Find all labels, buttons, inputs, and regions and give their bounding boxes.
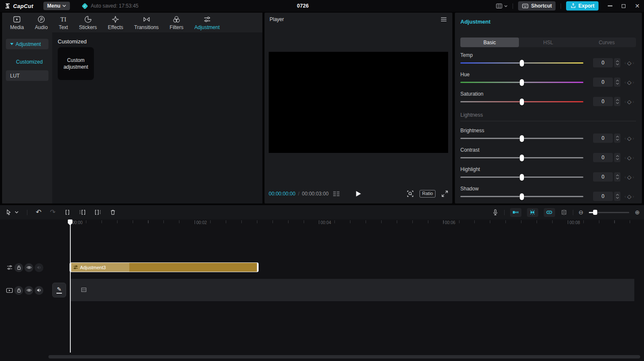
playhead-line[interactable]: [70, 219, 71, 353]
saturation-value-input[interactable]: 0: [593, 97, 613, 106]
slider-thumb[interactable]: [520, 79, 524, 86]
slider-thumb[interactable]: [520, 174, 524, 181]
maximize-button[interactable]: [622, 4, 625, 8]
tab-stickers[interactable]: Stickers: [73, 15, 102, 30]
autosave-check-icon: ✓: [82, 3, 88, 9]
highlight-slider[interactable]: [460, 176, 583, 178]
brightness-stepper[interactable]: [614, 134, 620, 143]
window-controls: ✕: [608, 3, 640, 9]
brightness-keyframe-button[interactable]: ‹◇›: [622, 134, 637, 143]
highlight-keyframe-button[interactable]: ‹◇›: [622, 172, 637, 182]
link-toggle-button[interactable]: [544, 208, 555, 217]
record-voiceover-button[interactable]: [492, 209, 499, 216]
duration: 00:00:03:00: [302, 191, 329, 197]
sidebar-item-lut[interactable]: LUT: [6, 70, 48, 81]
tab-text[interactable]: TI Text: [53, 15, 73, 30]
highlight-value-input[interactable]: 0: [593, 172, 613, 182]
temp-stepper[interactable]: [614, 58, 620, 67]
slider-thumb[interactable]: [520, 193, 524, 200]
saturation-slider[interactable]: [460, 101, 583, 102]
player-menu-icon[interactable]: [441, 17, 446, 21]
sidebar-item-customized[interactable]: Customized: [6, 56, 48, 67]
brightness-value-input[interactable]: 0: [593, 134, 613, 143]
slider-thumb[interactable]: [520, 135, 524, 142]
horizontal-scrollbar[interactable]: [48, 355, 640, 358]
slider-thumb[interactable]: [520, 155, 524, 161]
shadow-stepper[interactable]: [614, 192, 620, 201]
audio-icon: [37, 15, 45, 24]
tab-transitions[interactable]: Transitions: [129, 15, 164, 30]
tab-filters[interactable]: Filters: [164, 15, 189, 30]
saturation-stepper[interactable]: [614, 97, 620, 106]
redo-button[interactable]: ↷: [50, 209, 55, 216]
shadow-value-input[interactable]: 0: [593, 192, 613, 201]
hue-slider[interactable]: [460, 82, 583, 83]
custom-adjustment-card[interactable]: Custom adjustment: [58, 47, 94, 80]
zoom-out-button[interactable]: ⊖: [579, 209, 584, 215]
fullscreen-icon[interactable]: [441, 190, 448, 197]
export-button[interactable]: Export: [566, 1, 599, 11]
lock-track-button[interactable]: [14, 286, 23, 295]
sidebar-item-adjustment[interactable]: Adjustment: [6, 39, 48, 49]
focus-zoom-icon[interactable]: [407, 190, 414, 197]
hue-value-input[interactable]: 0: [593, 78, 613, 87]
mute-track-button[interactable]: [35, 286, 43, 295]
contrast-stepper[interactable]: [614, 153, 620, 162]
menu-button[interactable]: Menu: [43, 2, 70, 10]
adjustment-track-icon: [6, 264, 13, 271]
slider-thumb[interactable]: [520, 60, 524, 67]
video-preview[interactable]: [269, 52, 448, 153]
main-video-track[interactable]: [71, 279, 634, 301]
keyframe-diamond-icon: ◇: [627, 194, 631, 199]
play-button[interactable]: [355, 190, 362, 197]
contrast-value-input[interactable]: 0: [593, 153, 613, 162]
hue-keyframe-button[interactable]: ‹◇›: [622, 78, 637, 87]
shadow-keyframe-button[interactable]: ‹◇›: [622, 192, 637, 201]
hide-track-button[interactable]: [24, 263, 33, 272]
split-delete-right-button[interactable]: [94, 209, 101, 216]
hue-stepper[interactable]: [614, 78, 620, 87]
tab-hsl[interactable]: HSL: [519, 37, 577, 47]
mute-track-button[interactable]: [35, 263, 43, 272]
tab-audio[interactable]: Audio: [29, 15, 53, 30]
zoom-slider-thumb[interactable]: [593, 210, 597, 215]
project-title: 0726: [297, 3, 309, 9]
snap-toggle-button[interactable]: [510, 208, 521, 217]
tab-effects[interactable]: Effects: [102, 15, 128, 30]
tab-curves[interactable]: Curves: [577, 37, 636, 47]
adjustment-clip[interactable]: Adjustment3: [69, 262, 259, 272]
delete-button[interactable]: [110, 209, 116, 216]
undo-button[interactable]: ↶: [36, 209, 41, 216]
preview-axis-button[interactable]: [561, 209, 567, 216]
shortcut-button[interactable]: Shortcut: [518, 1, 556, 11]
edit-cover-button[interactable]: ✎: [52, 283, 66, 297]
eye-icon: [26, 265, 32, 270]
minimize-button[interactable]: [608, 5, 612, 6]
hide-track-button[interactable]: [24, 286, 33, 295]
temp-slider[interactable]: [460, 62, 583, 64]
close-button[interactable]: ✕: [635, 3, 640, 9]
select-tool-button[interactable]: [5, 209, 19, 216]
split-delete-left-button[interactable]: [79, 209, 86, 216]
slider-thumb[interactable]: [520, 99, 524, 105]
tab-media[interactable]: Media: [5, 15, 29, 30]
saturation-keyframe-button[interactable]: ‹◇›: [622, 97, 637, 106]
temp-value-input[interactable]: 0: [593, 58, 613, 67]
titlebar: CapCut Menu ✓ Auto saved: 17:53:45 0726 …: [0, 0, 644, 12]
workspace-layout-button[interactable]: [496, 3, 508, 9]
auto-split-toggle-button[interactable]: [527, 208, 538, 217]
brightness-slider[interactable]: [460, 138, 583, 139]
split-button[interactable]: [64, 209, 71, 216]
zoom-in-button[interactable]: ⊕: [635, 209, 640, 215]
contrast-slider[interactable]: [460, 157, 583, 158]
contrast-keyframe-button[interactable]: ‹◇›: [622, 153, 637, 162]
ratio-button[interactable]: Ratio: [420, 190, 436, 198]
highlight-stepper[interactable]: [614, 172, 620, 182]
tab-basic[interactable]: Basic: [460, 37, 519, 47]
timeline-zoom-slider[interactable]: [589, 212, 629, 213]
lock-track-button[interactable]: [14, 263, 23, 272]
tab-adjustment[interactable]: Adjustment: [189, 15, 225, 30]
temp-keyframe-button[interactable]: ‹◇›: [622, 58, 637, 67]
timeline-ruler[interactable]: 00:00 00:02 00:04 00:06 00:08: [0, 219, 644, 229]
shadow-slider[interactable]: [460, 196, 583, 197]
